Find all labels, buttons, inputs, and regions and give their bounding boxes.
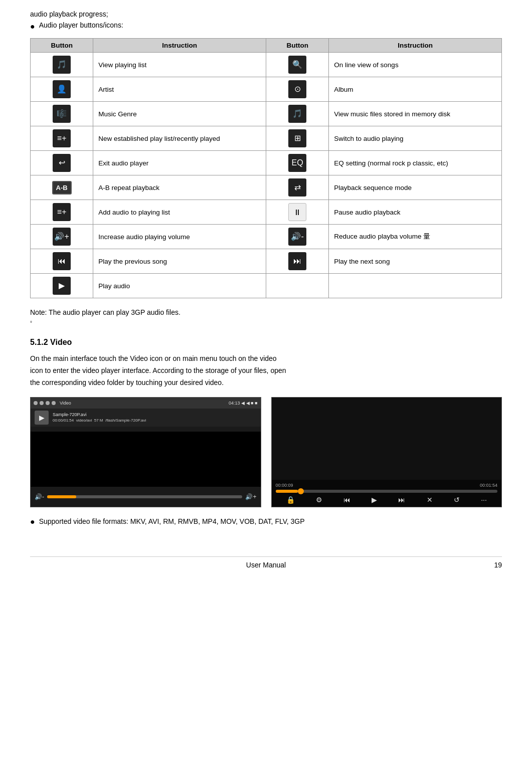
button-icon: ⏭ bbox=[288, 252, 306, 270]
table-row: A-BA-B repeat playback⇄Playback sequence… bbox=[31, 175, 502, 200]
time-right: 00:01:54 bbox=[480, 483, 497, 488]
file-details: 00:00/01:54 video/avi 57 M /flash/Sample… bbox=[53, 418, 146, 423]
lock-icon[interactable]: 🔒 bbox=[286, 496, 295, 504]
button-icon-cell: 🔍 bbox=[266, 53, 328, 77]
instruction-cell: View playing list bbox=[93, 53, 266, 77]
filename: Sample-720P.avi bbox=[53, 412, 146, 418]
intro-line1: audio playback progress; bbox=[30, 10, 502, 18]
button-icon-cell: 🎵 bbox=[31, 53, 93, 77]
button-icon-cell: 🔊- bbox=[266, 225, 328, 249]
button-icon-cell: 🎼 bbox=[31, 102, 93, 126]
instruction-cell: Exit audio player bbox=[93, 151, 266, 175]
stop-icon[interactable]: ✕ bbox=[427, 496, 433, 504]
button-icon-cell: 👤 bbox=[31, 77, 93, 102]
table-row: ⏮Play the previous song⏭Play the next so… bbox=[31, 249, 502, 274]
bullet-text: Audio player buttons/icons: bbox=[39, 21, 123, 29]
instruction-cell: On line view of songs bbox=[329, 53, 502, 77]
button-icon: ▶ bbox=[53, 277, 71, 295]
button-icon: ⊞ bbox=[288, 129, 306, 147]
instruction-cell: View music files stored in memory disk bbox=[329, 102, 502, 126]
instruction-cell: Add audio to playing list bbox=[93, 200, 266, 225]
button-icon-cell bbox=[266, 274, 328, 298]
audio-buttons-table: Button Instruction Button Instruction 🎵V… bbox=[30, 38, 502, 298]
button-icon: EQ bbox=[288, 154, 306, 172]
table-row: ↩Exit audio playerEQEQ setting (normal r… bbox=[31, 151, 502, 175]
video-bottom-bar: 🔊- 🔊+ bbox=[31, 487, 261, 507]
play-icon[interactable]: ▶ bbox=[372, 496, 377, 504]
instruction-cell: Reduce audio playba volume 量 bbox=[329, 225, 502, 249]
section-body: On the main interface touch the Video ic… bbox=[30, 353, 502, 389]
page-number: 19 bbox=[494, 561, 502, 569]
button-icon-cell: ⊙ bbox=[266, 77, 328, 102]
right-content: 00:00:09 00:01:54 🔒 ⚙ ⏮ ▶ ⏭ ✕ ↺ ··· bbox=[272, 398, 502, 507]
button-icon: ⏸ bbox=[288, 203, 306, 221]
small-period: ° bbox=[30, 320, 502, 326]
progress-fill bbox=[47, 495, 76, 498]
button-icon-cell: ↩ bbox=[31, 151, 93, 175]
instruction-cell: Play the previous song bbox=[93, 249, 266, 274]
col-header-inst1: Instruction bbox=[93, 39, 266, 53]
right-progress-fill bbox=[276, 490, 298, 493]
instruction-cell bbox=[329, 274, 502, 298]
button-icon: ≡+ bbox=[53, 129, 71, 147]
more-icon[interactable]: ··· bbox=[481, 496, 487, 504]
button-icon: ⊙ bbox=[288, 80, 306, 98]
button-icon-cell: 🔊+ bbox=[31, 225, 93, 249]
instruction-cell: Play the next song bbox=[329, 249, 502, 274]
right-progress-bar[interactable] bbox=[276, 490, 498, 493]
button-icon: 🔍 bbox=[288, 56, 306, 74]
video-screenshot-right: 00:00:09 00:01:54 🔒 ⚙ ⏮ ▶ ⏭ ✕ ↺ ··· bbox=[271, 397, 502, 507]
repeat-icon[interactable]: ↺ bbox=[454, 496, 460, 504]
supported-formats-text: Supported video file formats: MKV, AVI, … bbox=[39, 517, 305, 525]
button-icon-cell: ≡+ bbox=[31, 126, 93, 151]
button-icon-cell: EQ bbox=[266, 151, 328, 175]
table-row: 🎼Music Genre🎵View music files stored in … bbox=[31, 102, 502, 126]
table-row: ≡+Add audio to playing list⏸Pause audio … bbox=[31, 200, 502, 225]
button-icon: ⏮ bbox=[53, 252, 71, 270]
button-icon-cell: ⏭ bbox=[266, 249, 328, 274]
vol-up-icon: 🔊+ bbox=[245, 493, 256, 500]
video-screenshot-left: Video 04:13 ◀ ◀ ■ ■ ▶ Sample-720P.avi 00… bbox=[30, 397, 261, 507]
time-left: 00:00:09 bbox=[276, 483, 293, 488]
button-icon-cell: ≡+ bbox=[31, 200, 93, 225]
note-text: Note: The audio player can play 3GP audi… bbox=[30, 308, 502, 316]
table-row: ▶Play audio bbox=[31, 274, 502, 298]
file-info: Sample-720P.avi 00:00/01:54 video/avi 57… bbox=[53, 412, 146, 424]
instruction-cell: Pause audio playback bbox=[329, 200, 502, 225]
button-icon: 🎵 bbox=[288, 105, 306, 123]
instruction-cell: EQ setting (normal rock p classic, etc) bbox=[329, 151, 502, 175]
button-icon-cell: ⏮ bbox=[31, 249, 93, 274]
right-controls: 00:00:09 00:01:54 🔒 ⚙ ⏮ ▶ ⏭ ✕ ↺ ··· bbox=[272, 480, 502, 507]
table-row: 🎵View playing list🔍On line view of songs bbox=[31, 53, 502, 77]
button-icon: ≡+ bbox=[53, 203, 71, 221]
button-icon: 🔊+ bbox=[53, 228, 71, 246]
button-icon-cell: ⇄ bbox=[266, 175, 328, 200]
table-row: ≡+New established play list/recently pla… bbox=[31, 126, 502, 151]
instruction-cell: Music Genre bbox=[93, 102, 266, 126]
button-icon: 👤 bbox=[53, 80, 71, 98]
button-icon: 🎵 bbox=[53, 56, 71, 74]
instruction-cell: Artist bbox=[93, 77, 266, 102]
settings-icon[interactable]: ⚙ bbox=[316, 496, 322, 504]
instruction-cell: Album bbox=[329, 77, 502, 102]
table-row: 🔊+Increase audio playing volume🔊-Reduce … bbox=[31, 225, 502, 249]
section-header: 5.1.2 Video bbox=[30, 338, 502, 347]
progress-bar[interactable] bbox=[47, 495, 242, 498]
footer-text: User Manual bbox=[246, 561, 286, 569]
button-icon: 🎼 bbox=[53, 105, 71, 123]
instruction-cell: A-B repeat playback bbox=[93, 175, 266, 200]
instruction-cell: Switch to audio playing bbox=[329, 126, 502, 151]
button-icon-cell: ⊞ bbox=[266, 126, 328, 151]
prev-icon[interactable]: ⏮ bbox=[343, 496, 350, 504]
video-screenshots: Video 04:13 ◀ ◀ ■ ■ ▶ Sample-720P.avi 00… bbox=[30, 397, 502, 507]
button-icon-cell: ▶ bbox=[31, 274, 93, 298]
progress-thumb bbox=[298, 488, 304, 494]
table-row: 👤Artist⊙Album bbox=[31, 77, 502, 102]
status-dot bbox=[34, 401, 38, 405]
next-icon[interactable]: ⏭ bbox=[398, 496, 405, 504]
supported-formats-bullet: ● Supported video file formats: MKV, AVI… bbox=[30, 517, 502, 526]
button-icon: ⇄ bbox=[288, 178, 306, 197]
button-icon-cell: ⏸ bbox=[266, 200, 328, 225]
button-icon-cell: A-B bbox=[31, 175, 93, 200]
button-icon: A-B bbox=[52, 181, 72, 195]
